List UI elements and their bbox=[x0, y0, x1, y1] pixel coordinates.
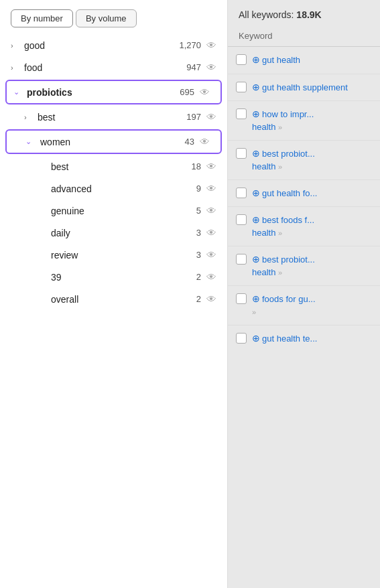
keyword-checkbox-foods-for-gu[interactable] bbox=[236, 293, 247, 304]
keyword-text-gut-health-te[interactable]: ⊕gut health te... bbox=[252, 332, 372, 346]
keyword-text-how-to-improve[interactable]: ⊕how to impr...health » bbox=[252, 108, 372, 133]
keyword-list: ⊕gut health ⊕gut health supplement ⊕how … bbox=[228, 47, 380, 588]
tree-count-best-sub: 18 bbox=[192, 161, 201, 171]
tree-label-probiotics: probiotics bbox=[27, 87, 180, 98]
tree-row-review[interactable]: review 3 👁 bbox=[0, 244, 227, 266]
eye-icon-best[interactable]: 👁 bbox=[206, 111, 216, 123]
chevron-right-icon: › bbox=[24, 113, 35, 121]
all-keywords-count: 18.9K bbox=[296, 9, 321, 20]
arrows-icon: » bbox=[278, 163, 282, 171]
eye-icon-review[interactable]: 👁 bbox=[206, 249, 216, 261]
tree-count-review: 3 bbox=[196, 250, 201, 260]
keyword-checkbox-gut-health-fo[interactable] bbox=[236, 188, 247, 198]
plus-circle-icon: ⊕ bbox=[252, 148, 260, 159]
tree-count-food: 947 bbox=[186, 62, 201, 72]
plus-circle-icon: ⊕ bbox=[252, 82, 260, 92]
keyword-item-best-foods-health: ⊕best foods f...health » bbox=[228, 207, 380, 246]
tree-label-39: 39 bbox=[51, 272, 196, 283]
tree-label-genuine: genuine bbox=[51, 206, 196, 216]
tree-label-overall: overall bbox=[51, 294, 196, 305]
arrows-icon: » bbox=[252, 308, 256, 316]
plus-circle-icon: ⊕ bbox=[252, 254, 260, 265]
keyword-text-gut-health-supplement[interactable]: ⊕gut health supplement bbox=[252, 81, 372, 94]
tree-count-daily: 3 bbox=[196, 228, 201, 238]
chevron-down-icon: ⌄ bbox=[13, 88, 24, 96]
arrows-icon: » bbox=[278, 229, 282, 237]
keyword-checkbox-best-probiotics-2[interactable] bbox=[236, 254, 247, 265]
eye-icon-food[interactable]: 👁 bbox=[206, 62, 216, 73]
arrows-icon: » bbox=[278, 269, 282, 277]
tree-label-food: food bbox=[24, 62, 186, 73]
plus-circle-icon: ⊕ bbox=[252, 188, 260, 198]
eye-icon-overall[interactable]: 👁 bbox=[206, 293, 216, 305]
keyword-checkbox-gut-health-te[interactable] bbox=[236, 333, 247, 344]
toggle-bar: By number By volume bbox=[0, 0, 227, 34]
all-keywords-label: All keywords: bbox=[239, 9, 296, 20]
tree-row-overall[interactable]: overall 2 👁 bbox=[0, 288, 227, 310]
tree-row-daily[interactable]: daily 3 👁 bbox=[0, 222, 227, 244]
keyword-item-gut-health-te: ⊕gut health te... bbox=[228, 325, 380, 352]
tree-count-best: 197 bbox=[186, 112, 201, 122]
keyword-checkbox-how-to-improve[interactable] bbox=[236, 108, 247, 119]
keyword-checkbox-gut-health[interactable] bbox=[236, 54, 247, 65]
keyword-text-foods-for-gu[interactable]: ⊕foods for gu...» bbox=[252, 293, 372, 318]
tree-row-best[interactable]: › best 197 👁 bbox=[0, 106, 227, 128]
left-panel: By number By volume › good 1,270 👁 › foo… bbox=[0, 0, 228, 588]
tree-label-best: best bbox=[38, 112, 186, 123]
chevron-right-icon: › bbox=[11, 64, 21, 72]
plus-circle-icon: ⊕ bbox=[252, 54, 260, 65]
right-header: All keywords: 18.9K bbox=[228, 0, 380, 27]
by-volume-button[interactable]: By volume bbox=[76, 9, 137, 27]
tree-count-39: 2 bbox=[196, 272, 201, 282]
eye-icon-daily[interactable]: 👁 bbox=[206, 227, 216, 238]
chevron-right-icon: › bbox=[11, 42, 21, 50]
eye-icon-good[interactable]: 👁 bbox=[206, 40, 216, 51]
tree-count-probiotics: 695 bbox=[180, 87, 194, 97]
tree-label-advanced: advanced bbox=[51, 183, 196, 194]
eye-icon-advanced[interactable]: 👁 bbox=[206, 183, 216, 194]
tree-label-review: review bbox=[51, 250, 196, 261]
tree-label-daily: daily bbox=[51, 228, 196, 238]
tree-row-39[interactable]: 39 2 👁 bbox=[0, 266, 227, 288]
tree-count-advanced: 9 bbox=[196, 183, 201, 194]
chevron-down-icon-women: ⌄ bbox=[25, 137, 36, 146]
arrows-icon: » bbox=[278, 123, 282, 131]
keyword-text-best-probiotics-1[interactable]: ⊕best probiot...health » bbox=[252, 147, 372, 173]
plus-circle-icon: ⊕ bbox=[252, 293, 260, 304]
keyword-checkbox-gut-health-supplement[interactable] bbox=[236, 82, 247, 92]
tree-count-good: 1,270 bbox=[179, 40, 201, 50]
eye-icon-women[interactable]: 👁 bbox=[200, 136, 210, 147]
tree-row-probiotics[interactable]: ⌄ probiotics 695 👁 bbox=[5, 80, 222, 104]
tree-row-best-sub[interactable]: best 18 👁 bbox=[0, 155, 227, 177]
right-panel: All keywords: 18.9K Keyword ⊕gut health … bbox=[228, 0, 380, 588]
plus-circle-icon: ⊕ bbox=[252, 333, 260, 344]
tree-label-best-sub: best bbox=[51, 161, 192, 172]
eye-icon-39[interactable]: 👁 bbox=[206, 271, 216, 283]
keyword-text-best-foods-health[interactable]: ⊕best foods f...health » bbox=[252, 214, 372, 239]
keyword-text-best-probiotics-2[interactable]: ⊕best probiot...health » bbox=[252, 253, 372, 279]
plus-circle-icon: ⊕ bbox=[252, 214, 260, 225]
tree-row-food[interactable]: › food 947 👁 bbox=[0, 56, 227, 78]
eye-icon-best-sub[interactable]: 👁 bbox=[206, 161, 216, 172]
tree-row-women[interactable]: ⌄ women 43 👁 bbox=[5, 129, 222, 154]
by-number-button[interactable]: By number bbox=[11, 9, 73, 27]
tree-row-genuine[interactable]: genuine 5 👁 bbox=[0, 200, 227, 222]
keyword-checkbox-best-probiotics-1[interactable] bbox=[236, 148, 247, 159]
tree-count-overall: 2 bbox=[196, 294, 201, 304]
keyword-item-how-to-improve-health: ⊕how to impr...health » bbox=[228, 101, 380, 141]
eye-icon-probiotics[interactable]: 👁 bbox=[200, 86, 210, 98]
keyword-item-best-probiotics-health-2: ⊕best probiot...health » bbox=[228, 246, 380, 286]
keyword-checkbox-best-foods-health[interactable] bbox=[236, 214, 247, 225]
tree-area: › good 1,270 👁 › food 947 👁 ⌄ probiotics… bbox=[0, 34, 227, 588]
keyword-text-gut-health[interactable]: ⊕gut health bbox=[252, 54, 372, 67]
tree-row-advanced[interactable]: advanced 9 👁 bbox=[0, 177, 227, 200]
tree-count-genuine: 5 bbox=[196, 206, 201, 216]
keyword-item-gut-health-supplement: ⊕gut health supplement bbox=[228, 74, 380, 102]
eye-icon-genuine[interactable]: 👁 bbox=[206, 205, 216, 216]
keyword-item-best-probiotics-health-1: ⊕best probiot...health » bbox=[228, 141, 380, 180]
tree-label-women: women bbox=[40, 137, 185, 147]
keyword-text-gut-health-fo[interactable]: ⊕gut health fo... bbox=[252, 187, 372, 200]
keyword-item-foods-for-gu: ⊕foods for gu...» bbox=[228, 286, 380, 325]
column-header-keyword: Keyword bbox=[228, 27, 380, 47]
tree-row-good[interactable]: › good 1,270 👁 bbox=[0, 34, 227, 56]
